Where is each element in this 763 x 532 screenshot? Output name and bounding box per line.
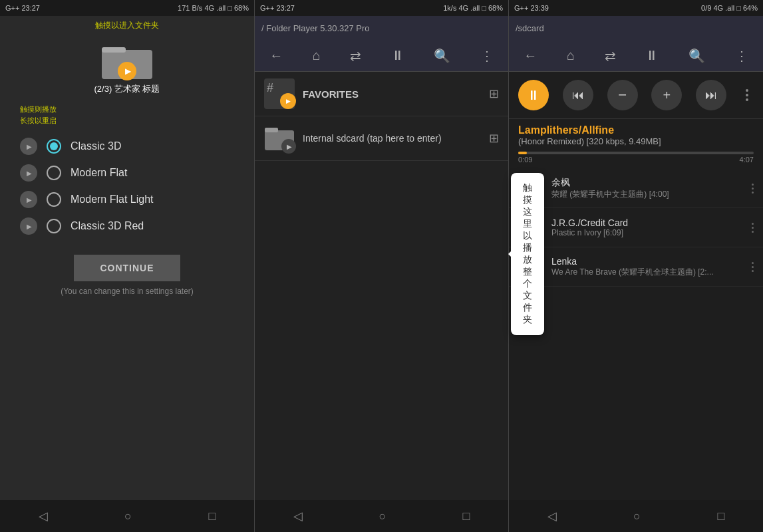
nav-square-icon-3[interactable]: □ — [717, 509, 724, 523]
search-icon-2[interactable]: 🔍 — [434, 48, 450, 64]
folder-play-overlay[interactable] — [118, 62, 136, 80]
pause-icon-2[interactable]: ⏸ — [391, 48, 404, 63]
track-subtitle-1: Plastic n Ivory [6:09] — [551, 228, 744, 237]
more-icon-2[interactable]: ⋮ — [480, 48, 494, 64]
panel3: G++ 23:39 0/9 4G .all □ 64% /sdcard ← ⌂ … — [509, 0, 763, 532]
minus-button[interactable]: − — [607, 80, 638, 110]
artist-label: (2/3) 艺术家 标题 — [94, 83, 160, 95]
progress-track[interactable] — [518, 152, 754, 154]
status-bar-3: G++ 23:39 0/9 4G .all □ 64% — [509, 0, 763, 16]
more-options-button[interactable] — [740, 84, 754, 106]
progress-bar-wrap[interactable]: 0:09 4:07 — [509, 149, 763, 169]
nav-back-icon-2[interactable]: ◁ — [293, 509, 303, 523]
radio-modern-flat-light[interactable] — [47, 192, 61, 207]
nav-bar-2: ◁ ○ □ — [255, 500, 508, 532]
skip-prev-icon: ⏮ — [572, 88, 584, 102]
nav-home-icon-2[interactable]: ○ — [379, 509, 386, 523]
more-icon-3[interactable]: ⋮ — [735, 48, 748, 64]
track-subtitle-0: 荣耀 (荣耀手机中文主题曲) [4:00] — [551, 189, 744, 200]
nav-square-icon-2[interactable]: □ — [463, 509, 470, 523]
play-pause-button[interactable]: ⏸ — [518, 80, 549, 110]
hint-play: 触摸则播放 — [20, 104, 57, 114]
back-icon-2[interactable]: ← — [269, 48, 283, 63]
status-right-3: 0/9 4G .all □ 64% — [701, 4, 758, 12]
hint-restart: 长按以重启 — [20, 116, 57, 126]
np-subtitle: (Honor Remixed) [320 kbps, 9.49MB] — [518, 136, 754, 146]
track-dots-0[interactable] — [752, 184, 754, 194]
folder-icon-area[interactable] — [100, 41, 154, 80]
nav-back-icon-1[interactable]: ◁ — [39, 509, 48, 523]
status-left-3: G++ 23:39 — [514, 4, 549, 12]
favorites-row[interactable]: # FAVORITES ⊞ — [255, 72, 508, 116]
now-playing-section: Lamplithers/Allfine (Honor Remixed) [320… — [509, 119, 763, 149]
np-title: Lamplithers/Allfine — [518, 124, 754, 136]
pause-symbol: ⏸ — [527, 88, 540, 103]
toolbar-3: ← ⌂ ⇄ ⏸ 🔍 ⋮ — [509, 40, 763, 72]
nav-bar-3: ◁ ○ □ — [509, 500, 763, 532]
plus-button[interactable]: + — [651, 80, 682, 110]
theme-play-modern-flat-light[interactable] — [20, 191, 37, 208]
titlebar-3: /sdcard — [509, 16, 763, 40]
panel1: G++ 23:27 171 B/s 4G .all □ 68% 触摸以进入文件夹… — [0, 0, 255, 532]
svg-rect-1 — [102, 47, 126, 53]
skip-prev-button[interactable]: ⏮ — [563, 80, 593, 110]
theme-play-classic3d[interactable] — [20, 138, 37, 155]
sdcard-folder-icon: ▶ — [264, 123, 295, 154]
radio-classic3d-red[interactable] — [47, 219, 61, 233]
track-info-0: 余枫 荣耀 (荣耀手机中文主题曲) [4:00] — [551, 177, 744, 200]
panel2: G++ 23:27 1k/s 4G .all □ 68% / Folder Pl… — [255, 0, 509, 532]
artist-section: (2/3) 艺术家 标题 — [0, 34, 254, 102]
skip-next-button[interactable]: ⏭ — [696, 80, 726, 110]
hash-icon: # — [267, 81, 273, 95]
player-controls: ⏸ ⏮ − + ⏭ — [509, 72, 763, 119]
track-list: 余枫 荣耀 (荣耀手机中文主题曲) [4:00] J.R.G./Credit C… — [509, 169, 763, 287]
theme-item-modern-flat-light[interactable]: Modern Flat Light — [20, 191, 234, 208]
hint-row: 触摸则播放 长按以重启 — [0, 104, 254, 126]
track-item-1[interactable]: J.R.G./Credit Card Plastic n Ivory [6:09… — [509, 208, 763, 247]
status-bar-1: G++ 23:27 171 B/s 4G .all □ 68% — [0, 0, 254, 16]
sdcard-row[interactable]: ▶ Internal sdcard (tap here to enter) ⊞ — [255, 116, 508, 161]
theme-item-modern-flat[interactable]: Modern Flat — [20, 164, 234, 182]
track-item-0[interactable]: 余枫 荣耀 (荣耀手机中文主题曲) [4:00] — [509, 169, 763, 208]
theme-play-modern-flat[interactable] — [20, 164, 37, 182]
favorites-play-btn[interactable] — [280, 93, 296, 109]
track-info-2: Lenka We Are The Brave (荣耀手机全球主题曲) [2:..… — [551, 256, 744, 278]
tooltip-bubble: 触摸这里以播放整个文件夹 — [511, 173, 544, 335]
sdcard-play-circle[interactable]: ▶ — [281, 139, 296, 154]
favorites-label: FAVORITES — [303, 88, 481, 100]
status-right-2: 1k/s 4G .all □ 68% — [443, 4, 503, 12]
shuffle-icon-2[interactable]: ⇄ — [350, 48, 361, 64]
home-icon-2[interactable]: ⌂ — [313, 48, 321, 63]
search-icon-3[interactable]: 🔍 — [688, 48, 705, 64]
continue-button[interactable]: CONTINUE — [74, 255, 180, 281]
track-title-1: J.R.G./Credit Card — [551, 217, 744, 228]
toolbar-2: ← ⌂ ⇄ ⏸ 🔍 ⋮ — [255, 40, 508, 72]
sdcard-label: Internal sdcard (tap here to enter) — [303, 133, 481, 144]
nav-square-icon-1[interactable]: □ — [208, 509, 216, 523]
time-current: 0:09 — [518, 156, 532, 164]
theme-item-classic3d[interactable]: Classic 3D — [20, 138, 234, 155]
favorites-icon: # — [264, 78, 295, 109]
status-right-1: 171 B/s 4G .all □ 68% — [178, 4, 249, 12]
nav-back-icon-3[interactable]: ◁ — [547, 509, 557, 523]
track-dots-1[interactable] — [752, 223, 754, 233]
plus-icon: + — [663, 88, 671, 103]
track-title-2: Lenka — [551, 256, 744, 267]
radio-classic3d[interactable] — [47, 139, 61, 154]
track-dots-2[interactable] — [752, 262, 754, 272]
pause-icon-3[interactable]: ⏸ — [645, 48, 659, 63]
sdcard-grid-icon[interactable]: ⊞ — [489, 131, 499, 146]
grid-icon[interactable]: ⊞ — [489, 86, 499, 101]
nav-home-icon-1[interactable]: ○ — [124, 509, 132, 523]
back-icon-3[interactable]: ← — [524, 48, 537, 63]
nav-home-icon-3[interactable]: ○ — [633, 509, 641, 523]
radio-modern-flat[interactable] — [47, 166, 61, 180]
track-item-2[interactable]: Lenka We Are The Brave (荣耀手机全球主题曲) [2:..… — [509, 247, 763, 287]
theme-name-modern-flat-light: Modern Flat Light — [71, 194, 154, 205]
theme-item-classic3d-red[interactable]: Classic 3D Red — [20, 217, 234, 235]
shuffle-icon-3[interactable]: ⇄ — [605, 48, 616, 64]
theme-play-classic3d-red[interactable] — [20, 217, 37, 235]
track-subtitle-2: We Are The Brave (荣耀手机全球主题曲) [2:... — [551, 267, 744, 278]
status-left-2: G++ 23:27 — [260, 4, 295, 12]
home-icon-3[interactable]: ⌂ — [567, 48, 575, 63]
